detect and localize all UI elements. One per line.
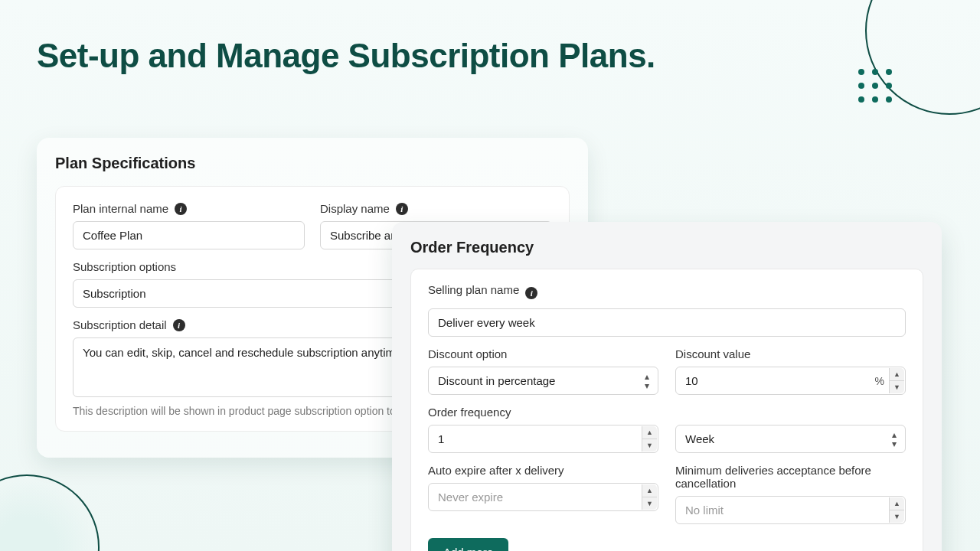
info-icon[interactable]: i: [525, 287, 537, 299]
order-frequency-stepper[interactable]: ▲ ▼: [642, 426, 657, 452]
info-icon[interactable]: i: [175, 203, 187, 215]
selling-plan-label: Selling plan name: [428, 283, 519, 296]
auto-expire-label: Auto expire after x delivery: [428, 464, 658, 477]
auto-expire-stepper[interactable]: ▲ ▼: [642, 484, 657, 510]
decorative-circle: [0, 474, 100, 551]
discount-value-suffix: %: [875, 375, 884, 387]
subscription-options-label: Subscription options: [73, 260, 176, 273]
order-frequency-heading: Order Frequency: [410, 239, 923, 256]
add-more-button[interactable]: Add more: [428, 538, 508, 551]
order-frequency-card: Order Frequency Selling plan name i Deli…: [392, 222, 942, 551]
page-title: Set-up and Manage Subscription Plans.: [37, 37, 655, 75]
subscription-detail-label: Subscription detail: [73, 318, 167, 331]
min-deliveries-label: Minimum deliveries acceptance before can…: [675, 464, 906, 490]
stepper-up-icon[interactable]: ▲: [642, 484, 657, 497]
info-icon[interactable]: i: [173, 319, 185, 331]
order-frequency-label: Order frequency: [428, 406, 658, 419]
order-frequency-unit-label: [675, 406, 906, 419]
order-frequency-unit-select[interactable]: Week: [675, 425, 906, 453]
selling-plan-input[interactable]: Deliver every week: [428, 308, 906, 337]
stepper-down-icon[interactable]: ▼: [890, 381, 904, 393]
stepper-up-icon[interactable]: ▲: [890, 368, 904, 381]
stepper-down-icon[interactable]: ▼: [890, 510, 904, 523]
discount-value-label: Discount value: [675, 347, 906, 360]
plan-spec-heading: Plan Specifications: [55, 155, 570, 172]
order-frequency-input[interactable]: 1: [428, 425, 658, 453]
stepper-down-icon[interactable]: ▼: [642, 497, 657, 510]
stepper-up-icon[interactable]: ▲: [890, 497, 904, 510]
discount-value-stepper[interactable]: ▲ ▼: [889, 368, 904, 393]
discount-option-select[interactable]: Discount in percentage: [428, 367, 658, 395]
auto-expire-input[interactable]: Never expire: [428, 483, 658, 511]
discount-value-input[interactable]: 10: [675, 367, 906, 395]
stepper-down-icon[interactable]: ▼: [642, 439, 657, 452]
decorative-dots: [858, 69, 892, 103]
min-deliveries-input[interactable]: No limit: [675, 496, 906, 524]
display-name-label: Display name: [320, 202, 390, 215]
internal-name-label: Plan internal name: [73, 202, 168, 215]
min-deliveries-stepper[interactable]: ▲ ▼: [889, 497, 904, 523]
info-icon[interactable]: i: [396, 203, 408, 215]
discount-option-label: Discount option: [428, 347, 658, 360]
internal-name-input[interactable]: Coffee Plan: [73, 221, 305, 249]
order-frequency-inner: Selling plan name i Deliver every week D…: [410, 269, 923, 551]
stepper-up-icon[interactable]: ▲: [642, 426, 657, 439]
